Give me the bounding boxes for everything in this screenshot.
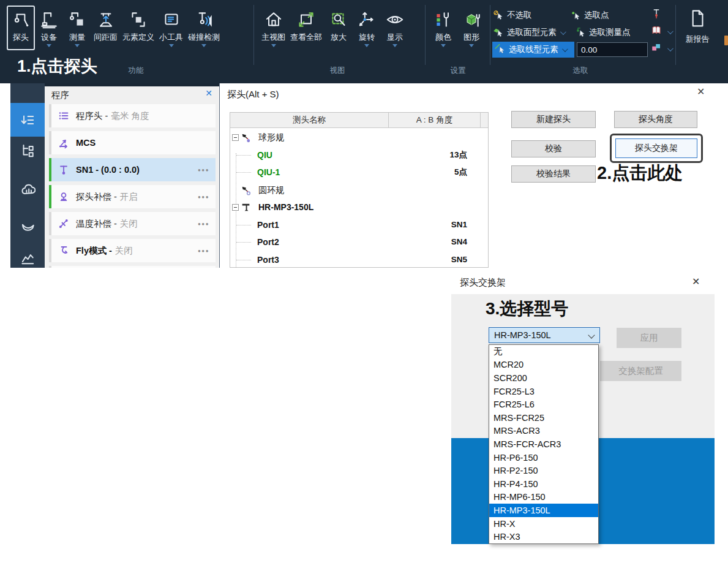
dropdown-option[interactable]: FCR25-L6 bbox=[489, 398, 598, 411]
program-item[interactable] bbox=[49, 266, 216, 268]
dropdown-option[interactable]: FCR25-L3 bbox=[489, 385, 598, 398]
chevron-down-icon[interactable] bbox=[560, 29, 566, 35]
ribbon-item-碰撞检测[interactable]: 碰撞检测 bbox=[186, 6, 222, 50]
chevron-down-icon[interactable] bbox=[667, 45, 674, 51]
dialog-title: 探头(Alt + S) bbox=[227, 89, 279, 100]
ribbon-item-图形[interactable]: 图形 bbox=[458, 6, 485, 50]
dropdown-option[interactable]: MCR20 bbox=[489, 358, 598, 372]
dropdown-option[interactable]: HR-P2-150 bbox=[489, 464, 598, 477]
tree-row-HR-MP3-150L[interactable]: HR-MP3-150L bbox=[230, 199, 488, 216]
more-options-icon[interactable]: ●●● bbox=[198, 167, 209, 173]
close-icon[interactable]: ✕ bbox=[697, 86, 705, 97]
new-probe-button[interactable]: 新建探头 bbox=[511, 111, 596, 128]
ribbon-item-主视图[interactable]: 主视图 bbox=[260, 6, 287, 50]
dropdown-option[interactable]: MRS-ACR3 bbox=[489, 425, 598, 438]
ribbon-item-探头[interactable]: 探头 bbox=[7, 6, 34, 50]
column-header-ab-angle[interactable]: A : B 角度 bbox=[389, 113, 481, 127]
tree-row-Port2[interactable]: Port2SN4 bbox=[230, 233, 488, 251]
combobox-label: 选取线型元素 bbox=[509, 44, 558, 55]
ribbon-group-label: 选取 bbox=[573, 66, 588, 76]
chevron-down-icon[interactable] bbox=[441, 44, 446, 50]
select-mode-不选取[interactable]: 不选取 bbox=[492, 9, 532, 21]
ribbon-item-测量[interactable]: 测量 bbox=[64, 6, 91, 50]
dropdown-option[interactable]: HR-MP6-150 bbox=[489, 491, 598, 504]
close-icon[interactable]: ✕ bbox=[205, 88, 212, 98]
select-plane-icon bbox=[492, 26, 505, 39]
select-mode-选取点[interactable]: 选取点 bbox=[569, 9, 609, 21]
expander-icon[interactable] bbox=[232, 204, 239, 211]
ribbon-item-显示[interactable]: 显示 bbox=[381, 6, 408, 50]
apply-button[interactable]: 应用 bbox=[617, 328, 681, 348]
program-item[interactable]: Fly模式 -关闭●●● bbox=[49, 239, 216, 262]
dropdown-option[interactable]: HR-P6-150 bbox=[489, 451, 598, 464]
calibrate-result-button[interactable]: 校验结果 bbox=[511, 165, 596, 183]
tree-row-QIU-1[interactable]: QIU-15点 bbox=[230, 164, 488, 181]
select-mode-选取测量点[interactable]: 选取测量点 bbox=[574, 26, 631, 39]
ribbon-item-元素定义[interactable]: 元素定义 bbox=[121, 6, 156, 50]
ribbon-item-小工具[interactable]: 小工具 bbox=[157, 6, 185, 50]
calibrate-button[interactable]: 校验 bbox=[511, 140, 596, 157]
dropdown-option[interactable]: HR-P4-150 bbox=[489, 477, 598, 491]
select-mode-选取面型元素[interactable]: 选取面型元素 bbox=[492, 26, 565, 39]
ribbon-item-查看全部[interactable]: 查看全部 bbox=[288, 6, 324, 50]
dropdown-zone bbox=[201, 43, 206, 48]
column-header-probe-name[interactable]: 测头名称 bbox=[230, 113, 389, 127]
rack-config-button[interactable]: 交换架配置 bbox=[600, 361, 681, 381]
probe-angle-button[interactable]: 探头角度 bbox=[614, 111, 697, 128]
program-item[interactable]: 程序头 -毫米 角度 bbox=[49, 104, 216, 127]
dropdown-option[interactable]: HR-MP3-150L bbox=[489, 504, 598, 517]
ribbon-item-设备[interactable]: 设备 bbox=[36, 6, 62, 50]
probe-table: 测头名称 A : B 角度 球形规QIU13点QIU-15点圆环规HR-MP3-… bbox=[230, 112, 489, 268]
program-item[interactable]: SN1 - (0.0 : 0.0)●●● bbox=[49, 158, 216, 181]
close-icon[interactable]: ✕ bbox=[692, 276, 700, 287]
dropdown-option[interactable]: HR-X bbox=[489, 517, 598, 531]
sidebar-nav-chart-icon[interactable] bbox=[20, 250, 36, 266]
page-margin bbox=[0, 83, 10, 268]
ribbon-item-间距面[interactable]: 间距面 bbox=[92, 6, 119, 50]
dropdown-option[interactable]: HR-X3 bbox=[489, 530, 598, 543]
tree-row-QIU[interactable]: QIU13点 bbox=[230, 146, 488, 164]
chevron-down-icon[interactable] bbox=[667, 28, 674, 34]
sidebar-nav-run-list-icon[interactable] bbox=[20, 112, 36, 128]
chevron-down-icon[interactable] bbox=[169, 44, 174, 50]
chevron-down-icon[interactable] bbox=[392, 44, 397, 50]
program-item[interactable]: MCS bbox=[49, 131, 216, 154]
more-options-icon[interactable]: ●●● bbox=[198, 248, 209, 254]
chevron-down-icon[interactable] bbox=[469, 44, 474, 50]
rack-model-combobox[interactable]: HR-MP3-150L bbox=[489, 327, 600, 343]
select-group-right-icons bbox=[649, 6, 672, 58]
sidebar-nav-surface-icon[interactable] bbox=[20, 216, 36, 232]
probe-rack-button[interactable]: 探头交换架 bbox=[615, 138, 697, 158]
more-options-icon[interactable]: ●●● bbox=[198, 221, 209, 227]
tree-row-Port3[interactable]: Port3SN5 bbox=[230, 251, 488, 268]
dropdown-zone bbox=[75, 43, 80, 48]
tree-row-球形规[interactable]: 球形规 bbox=[230, 129, 488, 146]
program-item[interactable]: 探头补偿 -开启●●● bbox=[49, 185, 216, 208]
ribbon-item-颜色[interactable]: 颜色 bbox=[430, 6, 457, 50]
sidebar-nav-cloud-icon[interactable] bbox=[20, 182, 36, 198]
book-icon[interactable] bbox=[649, 23, 664, 40]
dropdown-option[interactable]: SCR200 bbox=[489, 371, 598, 385]
ribbon-item-旋转[interactable]: 旋转 bbox=[353, 6, 380, 50]
chevron-down-icon[interactable] bbox=[364, 44, 369, 50]
chevron-down-icon[interactable] bbox=[201, 44, 206, 50]
tolerance-input[interactable]: 0.00 bbox=[577, 42, 648, 57]
probe-red-icon[interactable] bbox=[649, 6, 664, 23]
sidebar-nav-tree-icon[interactable] bbox=[20, 142, 36, 158]
program-item[interactable]: 温度补偿 -关闭●●● bbox=[49, 212, 216, 235]
new-report-button[interactable]: 新报告 bbox=[678, 7, 716, 45]
cubes-icon[interactable] bbox=[649, 40, 664, 58]
tree-row-Port1[interactable]: Port1SN1 bbox=[230, 216, 488, 234]
expander-icon[interactable] bbox=[232, 134, 239, 141]
chevron-down-icon[interactable] bbox=[47, 44, 51, 50]
ribbon-item-放大[interactable]: 放大 bbox=[325, 6, 352, 50]
tree-row-圆环规[interactable]: 圆环规 bbox=[230, 181, 488, 199]
dropdown-zone bbox=[441, 43, 446, 48]
more-options-icon[interactable]: ●●● bbox=[198, 194, 209, 200]
select-line-combobox[interactable]: 选取线型元素 bbox=[492, 42, 574, 58]
dropdown-option[interactable]: 无 bbox=[489, 345, 598, 358]
dropdown-option[interactable]: MRS-FCR25 bbox=[489, 411, 598, 425]
dropdown-option[interactable]: MRS-FCR-ACR3 bbox=[489, 437, 598, 451]
chevron-down-icon[interactable] bbox=[75, 44, 80, 50]
chevron-down-icon[interactable] bbox=[271, 44, 276, 50]
